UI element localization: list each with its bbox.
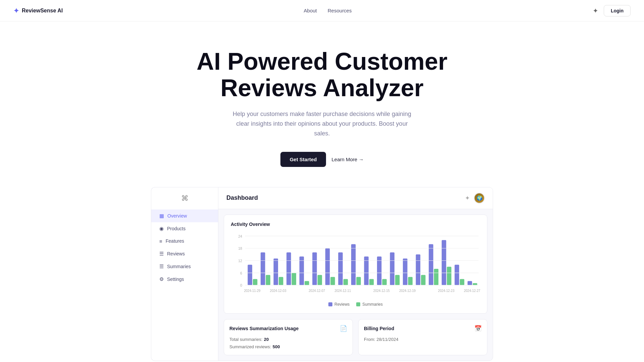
svg-rect-14 — [382, 279, 386, 285]
overview-icon: ▦ — [159, 213, 164, 219]
svg-rect-3 — [454, 264, 459, 285]
reviews-icon: ☰ — [159, 251, 164, 257]
sidebar-item-overview[interactable]: ▦ Overview — [151, 209, 218, 222]
usage-reviews-label: Summarized reviews: — [229, 344, 271, 349]
dashboard-title: Dashboard — [226, 194, 258, 201]
svg-text:2024-12-03: 2024-12-03 — [270, 289, 286, 292]
sidebar-item-products[interactable]: ◉ Products — [151, 222, 218, 235]
usage-total-label: Total summaries: — [229, 337, 262, 342]
logo-icon: ✦ — [13, 7, 19, 15]
logo-text: ReviewSense AI — [22, 8, 63, 14]
features-icon: ≡ — [159, 238, 162, 244]
billing-card-title: Billing Period — [364, 326, 394, 331]
hero-title-line1: AI Powered Customer — [197, 48, 447, 75]
svg-text:24: 24 — [238, 234, 242, 238]
svg-rect-18 — [356, 277, 361, 285]
svg-rect-2 — [460, 279, 464, 285]
svg-rect-7 — [429, 244, 433, 285]
hero-title-line2: Reviews Analyzer — [220, 74, 424, 101]
theme-toggle-button[interactable]: ✦ — [593, 7, 598, 15]
svg-text:6: 6 — [240, 271, 242, 275]
svg-rect-28 — [292, 273, 296, 285]
usage-reviews-row: Summarized reviews: 500 — [229, 344, 347, 350]
svg-rect-23 — [325, 248, 330, 285]
hero-buttons: Get Started Learn More → — [178, 152, 466, 167]
svg-text:2024-11-29: 2024-11-29 — [244, 289, 260, 292]
svg-rect-24 — [318, 275, 322, 285]
sidebar-item-summaries-label: Summaries — [167, 264, 191, 269]
legend-summaries-label: Summaries — [362, 302, 383, 307]
get-started-button[interactable]: Get Started — [280, 152, 326, 167]
svg-text:12: 12 — [238, 258, 242, 262]
dashboard-preview: ⌘ ▦ Overview ◉ Products ≡ Features ☰ Rev… — [138, 187, 506, 362]
avatar[interactable]: 🌍 — [474, 193, 485, 203]
legend-reviews-dot — [328, 302, 332, 306]
svg-rect-33 — [261, 252, 265, 285]
svg-text:0: 0 — [240, 283, 242, 287]
main-panel: Dashboard ✦ 🌍 Activity Overview 24 — [218, 187, 493, 361]
svg-rect-26 — [305, 281, 309, 285]
sidebar-item-settings[interactable]: ⚙ Settings — [151, 273, 218, 286]
sidebar-item-overview-label: Overview — [167, 213, 187, 219]
svg-rect-15 — [377, 256, 381, 285]
chart-container: 24 18 12 6 0 2024-11-292024-12-032024-12… — [231, 232, 480, 299]
usage-reviews-value: 500 — [273, 344, 280, 349]
svg-rect-20 — [343, 279, 348, 285]
billing-from: From: 28/11/2024 — [364, 337, 398, 342]
nav-resources[interactable]: Resources — [328, 8, 352, 13]
svg-rect-11 — [403, 258, 407, 285]
logo[interactable]: ✦ ReviewSense AI — [13, 7, 63, 15]
svg-rect-5 — [442, 240, 446, 285]
login-button[interactable]: Login — [604, 5, 631, 16]
svg-rect-32 — [266, 275, 270, 285]
sidebar-item-reviews[interactable]: ☰ Reviews — [151, 247, 218, 260]
svg-rect-30 — [279, 277, 283, 285]
svg-rect-0 — [473, 283, 477, 285]
chart-title: Activity Overview — [231, 222, 480, 227]
billing-card-icon: 📅 — [474, 325, 482, 332]
activity-chart-svg: 24 18 12 6 0 2024-11-292024-12-032024-12… — [231, 232, 480, 299]
sidebar-logo: ⌘ — [176, 194, 194, 203]
products-icon: ◉ — [159, 226, 164, 232]
svg-rect-10 — [408, 277, 413, 285]
svg-rect-9 — [416, 254, 420, 285]
navbar: ✦ ReviewSense AI About Resources ✦ Login — [0, 0, 644, 21]
hero-title: AI Powered Customer Reviews Analyzer — [178, 48, 466, 101]
svg-text:2024-12-07: 2024-12-07 — [309, 289, 325, 292]
svg-rect-12 — [395, 275, 399, 285]
hero-subtitle: Help your customers make faster purchase… — [228, 109, 416, 138]
legend-reviews: Reviews — [328, 302, 350, 307]
hero-section: AI Powered Customer Reviews Analyzer Hel… — [171, 21, 473, 187]
svg-rect-6 — [434, 269, 438, 285]
sidebar: ⌘ ▦ Overview ◉ Products ≡ Features ☰ Rev… — [151, 187, 218, 361]
sidebar-item-products-label: Products — [167, 226, 185, 231]
svg-rect-8 — [421, 275, 425, 285]
nav-about[interactable]: About — [304, 8, 317, 13]
billing-card-header: Billing Period 📅 — [364, 325, 482, 332]
learn-more-button[interactable]: Learn More → — [331, 157, 364, 162]
dashboard-header: Dashboard ✦ 🌍 — [218, 187, 493, 209]
svg-text:18: 18 — [238, 246, 242, 250]
svg-rect-19 — [351, 244, 356, 285]
svg-rect-21 — [338, 252, 342, 285]
sidebar-item-settings-label: Settings — [167, 277, 184, 282]
sidebar-item-features[interactable]: ≡ Features — [151, 235, 218, 247]
sidebar-item-summaries[interactable]: ☰ Summaries — [151, 260, 218, 273]
nav-links: About Resources — [304, 8, 352, 13]
header-gear-icon[interactable]: ✦ — [465, 194, 470, 202]
svg-text:2024-12-27: 2024-12-27 — [464, 289, 480, 292]
svg-text:2024-12-15: 2024-12-15 — [373, 289, 390, 292]
settings-icon: ⚙ — [159, 276, 164, 282]
billing-card: Billing Period 📅 From: 28/11/2024 — [358, 319, 487, 355]
bottom-cards: Reviews Summarization Usage 📄 Total summ… — [218, 319, 493, 361]
usage-total-row: Total summaries: 20 — [229, 336, 347, 342]
svg-rect-17 — [364, 256, 368, 285]
activity-chart-card: Activity Overview 24 18 12 6 0 2024-11-2… — [224, 215, 487, 314]
svg-rect-27 — [300, 256, 304, 285]
svg-rect-16 — [369, 279, 374, 285]
summaries-icon: ☰ — [159, 263, 164, 269]
usage-card: Reviews Summarization Usage 📄 Total summ… — [224, 319, 353, 355]
svg-text:2024-12-23: 2024-12-23 — [438, 289, 454, 292]
sidebar-item-reviews-label: Reviews — [167, 251, 185, 256]
svg-text:2024-12-19: 2024-12-19 — [399, 289, 416, 292]
